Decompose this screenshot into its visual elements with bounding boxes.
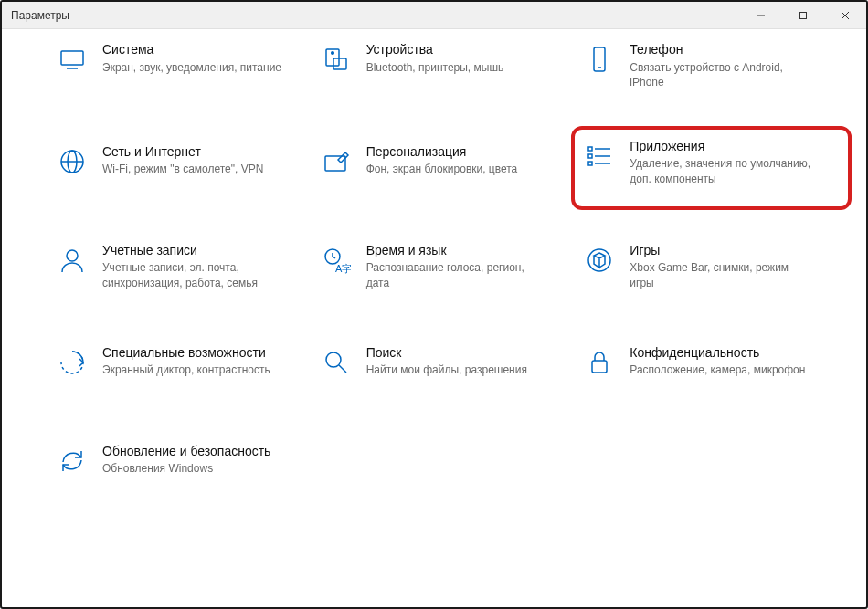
lock-icon <box>584 347 615 378</box>
tile-time-language[interactable]: A字 Время и язык Распознавание голоса, ре… <box>321 237 576 296</box>
tile-desc: Bluetooth, принтеры, мышь <box>366 60 504 75</box>
tile-apps[interactable]: Приложения Удаление, значения по умолчан… <box>584 139 839 194</box>
svg-line-28 <box>339 365 346 373</box>
svg-rect-29 <box>592 361 607 373</box>
tile-devices[interactable]: Устройства Bluetooth, принтеры, мышь <box>321 37 576 95</box>
tile-desc: Учетные записи, эл. почта, синхронизация… <box>102 260 285 289</box>
titlebar: Параметры <box>2 2 866 29</box>
tile-update[interactable]: Обновление и безопасность Обновления Win… <box>57 438 312 493</box>
tile-desc: Фон, экран блокировки, цвета <box>366 162 518 176</box>
category-grid: Система Экран, звук, уведомления, питани… <box>57 37 839 493</box>
tile-desc: Экранный диктор, контрастность <box>102 362 270 377</box>
svg-line-24 <box>333 257 335 258</box>
personalization-icon <box>321 146 352 177</box>
svg-rect-4 <box>61 51 83 65</box>
tile-desc: Обновления Windows <box>102 461 270 476</box>
tile-accessibility[interactable]: Специальные возможности Экранный диктор,… <box>57 340 312 394</box>
tile-title: Игры <box>630 243 812 259</box>
tile-phone[interactable]: Телефон Связать устройство с Android, iP… <box>584 37 839 95</box>
svg-point-8 <box>331 52 333 55</box>
gaming-icon <box>584 245 615 276</box>
tile-desc: Wi-Fi, режим "в самолете", VPN <box>102 162 263 176</box>
svg-rect-19 <box>588 162 592 165</box>
tile-title: Приложения <box>630 139 812 155</box>
window-title: Параметры <box>11 9 740 22</box>
tile-title: Телефон <box>630 42 812 58</box>
tile-title: Конфиденциальность <box>630 345 805 362</box>
tile-desc: Экран, звук, уведомления, питание <box>102 60 281 75</box>
tile-title: Устройства <box>366 42 504 58</box>
svg-rect-15 <box>588 147 592 151</box>
tile-system[interactable]: Система Экран, звук, уведомления, питани… <box>57 37 312 95</box>
svg-point-21 <box>67 250 78 261</box>
tile-gaming[interactable]: Игры Xbox Game Bar, снимки, режим игры <box>584 237 839 296</box>
svg-rect-7 <box>333 58 346 69</box>
window-controls <box>740 2 866 28</box>
tile-title: Система <box>102 42 281 58</box>
tile-title: Сеть и Интернет <box>102 144 263 161</box>
tile-desc: Xbox Game Bar, снимки, режим игры <box>630 260 812 289</box>
update-icon <box>57 446 88 477</box>
tile-title: Учетные записи <box>102 243 285 259</box>
accessibility-icon <box>57 347 88 378</box>
globe-icon <box>57 146 88 177</box>
tile-personalization[interactable]: Персонализация Фон, экран блокировки, цв… <box>321 139 576 194</box>
tile-desc: Найти мои файлы, разрешения <box>366 362 527 377</box>
tile-desc: Расположение, камера, микрофон <box>630 362 805 377</box>
tile-desc: Удаление, значения по умолчанию, доп. ко… <box>630 156 812 185</box>
tile-search[interactable]: Поиск Найти мои файлы, разрешения <box>321 340 576 394</box>
apps-icon <box>584 141 615 172</box>
tile-title: Время и язык <box>366 243 549 259</box>
close-button[interactable] <box>824 2 866 28</box>
svg-rect-1 <box>800 12 807 18</box>
devices-icon <box>321 44 352 75</box>
system-icon <box>57 44 88 75</box>
svg-rect-17 <box>588 154 592 158</box>
tile-title: Специальные возможности <box>102 345 270 362</box>
tile-privacy[interactable]: Конфиденциальность Расположение, камера,… <box>584 340 839 394</box>
search-icon <box>321 347 352 378</box>
tile-title: Персонализация <box>366 144 518 161</box>
tile-network[interactable]: Сеть и Интернет Wi-Fi, режим "в самолете… <box>57 139 312 194</box>
svg-text:A字: A字 <box>335 263 351 274</box>
phone-icon <box>584 44 615 75</box>
tile-title: Обновление и безопасность <box>102 444 270 460</box>
svg-point-27 <box>326 352 341 367</box>
tile-desc: Связать устройство с Android, iPhone <box>630 60 812 89</box>
highlight-annotation: Приложения Удаление, значения по умолчан… <box>571 126 852 210</box>
tile-title: Поиск <box>366 345 527 362</box>
settings-content: Система Экран, звук, уведомления, питани… <box>2 29 866 493</box>
minimize-button[interactable] <box>740 2 782 28</box>
tile-desc: Распознавание голоса, регион, дата <box>366 260 549 289</box>
accounts-icon <box>57 245 88 276</box>
svg-rect-14 <box>325 156 345 171</box>
tile-accounts[interactable]: Учетные записи Учетные записи, эл. почта… <box>57 237 312 296</box>
maximize-button[interactable] <box>782 2 824 28</box>
time-language-icon: A字 <box>321 245 352 276</box>
